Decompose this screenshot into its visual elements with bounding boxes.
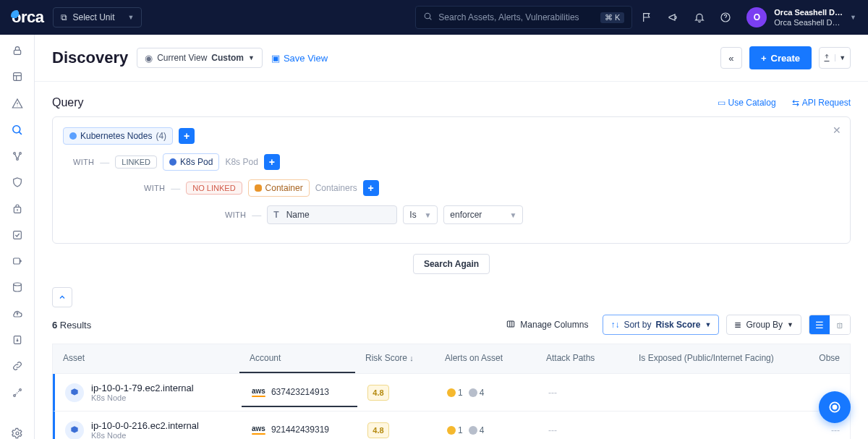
results-toolbar: 6 Results Manage Columns ↑↓ Sort by Risk… [52,315,851,335]
api-icon: ⇆ [792,98,799,108]
page-title: Discovery [52,48,128,67]
col-asset[interactable]: Asset [53,344,239,373]
save-view-link[interactable]: ▣ Save View [271,53,328,64]
k8s-node-icon [65,421,84,440]
export-split-button[interactable]: ▼ [819,47,851,69]
svg-point-21 [19,388,21,391]
user-org: Orca Seashell D… [774,7,843,17]
col-risk[interactable]: Risk Score ↓ [355,344,435,373]
risk-badge: 4.8 [367,385,389,401]
asset-name: ip-10-0-1-79.ec2.internal [91,383,194,393]
nav-nodes-icon[interactable] [10,150,25,162]
svg-point-20 [13,394,15,396]
k8s-node-icon [65,383,84,402]
bell-icon[interactable] [693,11,706,24]
chevron-down-icon: ▼ [248,54,255,61]
chat-fab[interactable] [819,391,851,423]
col-account[interactable]: Account [239,344,355,373]
empty-value: --- [831,425,840,435]
nav-lock-icon[interactable] [10,45,25,56]
svg-rect-3 [14,50,20,54]
add-chip-button[interactable]: + [179,128,195,144]
nav-search-icon[interactable] [10,124,25,136]
nav-archive-icon[interactable] [10,203,25,214]
asset-type: K8s Node [91,393,194,402]
svg-line-10 [19,132,22,135]
nav-cloud-up-icon[interactable] [10,308,25,320]
chip-container[interactable]: Container [248,179,310,197]
account-id: 637423214913 [271,387,329,397]
nav-review-icon[interactable] [10,255,25,267]
card-view-button[interactable]: ⎅ [830,315,850,334]
add-chip-button[interactable]: + [264,154,280,170]
no-linked-badge[interactable]: NO LINKED [186,182,242,195]
help-icon[interactable] [719,11,732,24]
operator-select[interactable]: Is ▼ [403,205,438,224]
nav-layout-icon[interactable] [10,71,25,82]
value-select[interactable]: enforcer ▼ [443,205,523,224]
add-chip-button[interactable]: + [363,180,379,196]
nav-alert-icon[interactable] [10,98,25,109]
table-row[interactable]: ip-10-0-1-79.ec2.internal K8s Node aws63… [53,374,850,412]
api-request-link[interactable]: ⇆API Request [792,98,851,108]
manage-columns-button[interactable]: Manage Columns [498,315,595,335]
col-attack[interactable]: Attack Paths [536,344,629,373]
svg-line-1 [430,18,432,20]
svg-point-18 [13,283,21,286]
chevron-down-icon[interactable]: ▼ [835,54,851,61]
sort-button[interactable]: ↑↓ Sort by Risk Score ▼ [603,315,719,335]
nav-path-icon[interactable] [10,386,25,398]
global-search[interactable]: Search Assets, Alerts, Vulnerabilities ⌘… [415,6,632,29]
aws-icon: aws [252,425,265,435]
nav-shield-icon[interactable] [10,176,25,188]
export-icon[interactable] [820,54,835,62]
collapse-section-button[interactable] [52,287,72,307]
create-button[interactable]: + Create [749,46,812,69]
svg-rect-17 [13,258,20,264]
chip-kubernetes-nodes[interactable]: Kubernetes Nodes (4) [63,127,173,145]
layers-icon: ⧉ [61,12,67,22]
side-nav [0,35,35,439]
chevron-down-icon: ▼ [424,211,431,219]
use-catalog-link[interactable]: ▭Use Catalog [718,98,776,108]
list-view-button[interactable]: ☰ [809,315,830,334]
linked-badge[interactable]: LINKED [115,155,157,169]
svg-point-22 [16,432,19,435]
svg-point-12 [19,153,21,155]
megaphone-icon[interactable] [667,11,680,24]
current-view-chip[interactable]: ◉ Current View Custom ▼ [137,48,263,68]
query-row-2: WITH — LINKED K8s Pod K8s Pod + [73,153,840,171]
nav-doc-icon[interactable] [10,334,25,346]
logo[interactable]: oorcarca [12,8,44,27]
flag-icon[interactable] [641,11,654,24]
results-table: Asset Account Risk Score ↓ Alerts on Ass… [52,344,851,439]
close-icon[interactable]: ✕ [833,124,841,136]
nav-settings-icon[interactable] [10,427,25,439]
col-alerts[interactable]: Alerts on Asset [435,344,536,373]
chevron-down-icon: ▼ [509,211,516,219]
alert-pill: 4 [469,425,485,435]
col-obs[interactable]: Obse [802,344,850,373]
svg-rect-23 [508,320,514,326]
user-menu[interactable]: O Orca Seashell D… Orca Seashell D… ▼ [746,7,856,28]
query-title: Query [52,96,84,109]
svg-point-0 [425,13,430,19]
collapse-left-button[interactable]: « [720,47,742,69]
main-content: Discovery ◉ Current View Custom ▼ ▣ Save… [35,35,868,439]
field-select[interactable]: T Name [267,205,397,224]
avatar: O [746,7,767,27]
pod-icon [169,158,176,166]
ghost-k8s-pod: K8s Pod [225,157,258,167]
chip-k8s-pod[interactable]: K8s Pod [163,153,219,171]
empty-value: --- [548,425,557,435]
search-again-button[interactable]: Search Again [413,254,490,274]
nav-link-icon[interactable] [10,360,25,372]
group-by-button[interactable]: ≣ Group By ▼ [726,315,801,335]
nav-check-icon[interactable] [10,229,25,241]
col-exposed[interactable]: Is Exposed (Public/Internet Facing) [629,344,802,373]
svg-point-31 [833,406,837,409]
table-row[interactable]: ip-10-0-0-216.ec2.internal K8s Node aws9… [53,412,850,439]
alert-pill: 1 [447,425,463,435]
unit-select[interactable]: ⧉ Select Unit ▼ [53,7,142,27]
nav-db-icon[interactable] [10,281,25,293]
